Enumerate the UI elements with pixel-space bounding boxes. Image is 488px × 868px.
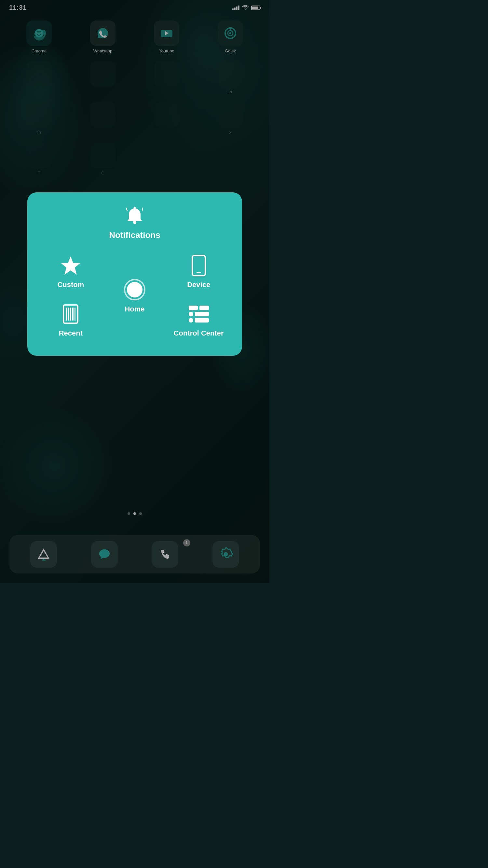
- custom-action[interactable]: Custom: [40, 249, 101, 294]
- home-icon: [123, 279, 146, 301]
- custom-label: Custom: [57, 281, 84, 289]
- recent-icon: [60, 303, 82, 325]
- device-label: Device: [187, 281, 210, 289]
- device-action[interactable]: Device: [168, 249, 229, 294]
- svg-point-8: [133, 221, 136, 224]
- home-action[interactable]: Home: [104, 249, 165, 343]
- quick-actions-popup: Notifications Custom Home: [27, 192, 242, 356]
- notifications-label: Notifications: [109, 230, 160, 240]
- notifications-section[interactable]: Notifications: [40, 204, 229, 240]
- svg-marker-9: [61, 256, 80, 275]
- home-label: Home: [125, 305, 144, 314]
- control-center-label: Control Center: [174, 329, 224, 338]
- control-center-action[interactable]: Control Center: [168, 298, 229, 343]
- device-icon: [188, 254, 210, 277]
- recent-label: Recent: [59, 329, 83, 338]
- bell-icon: [123, 204, 146, 227]
- control-center-icon: [188, 303, 210, 325]
- star-icon: [60, 254, 82, 277]
- recent-action[interactable]: Recent: [40, 298, 101, 343]
